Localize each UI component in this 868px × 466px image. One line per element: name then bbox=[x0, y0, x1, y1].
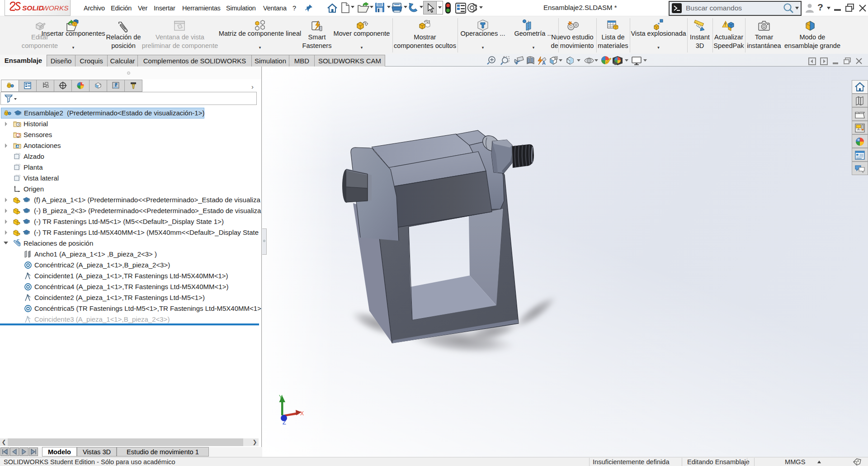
svg-text:Z: Z bbox=[283, 419, 286, 426]
svg-text:X: X bbox=[300, 410, 304, 417]
svg-text:A: A bbox=[542, 60, 546, 66]
svg-text:WORKS: WORKS bbox=[42, 4, 69, 12]
svg-text:SOLID: SOLID bbox=[22, 4, 43, 12]
svg-text:A: A bbox=[16, 144, 19, 148]
svg-text:!: ! bbox=[725, 22, 726, 27]
